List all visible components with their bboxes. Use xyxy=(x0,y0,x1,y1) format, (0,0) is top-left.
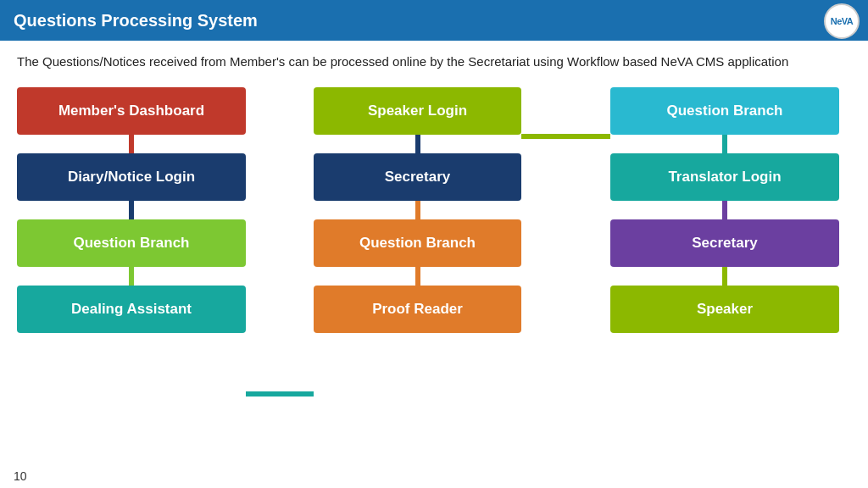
secretary-center-box: Secretary xyxy=(314,153,521,201)
connector-right-1 xyxy=(719,135,731,153)
connector-left-1 xyxy=(125,135,137,153)
connector-center-2 xyxy=(412,201,424,219)
diary-notice-login-box: Diary/Notice Login xyxy=(17,153,246,201)
question-branch-left-box: Question Branch xyxy=(17,219,246,267)
connector-left-3 xyxy=(125,267,137,286)
page-number: 10 xyxy=(14,469,27,483)
connector-right-3 xyxy=(719,267,731,286)
logo-text: NeVA xyxy=(831,16,854,26)
center-column: Speaker Login Secretary Question Branch … xyxy=(314,87,521,333)
page-header: Questions Processing System NeVA xyxy=(0,0,868,41)
left-column: Member's Dashboard Diary/Notice Login Qu… xyxy=(17,87,246,333)
members-dashboard-box: Member's Dashboard xyxy=(17,87,246,135)
question-branch-right-box: Question Branch xyxy=(610,87,839,135)
diagram-area: Member's Dashboard Diary/Notice Login Qu… xyxy=(0,79,868,435)
proof-reader-box: Proof Reader xyxy=(314,286,521,333)
right-column: Question Branch Translator Login Secreta… xyxy=(610,87,839,333)
speaker-right-box: Speaker xyxy=(610,286,839,333)
question-branch-center-box: Question Branch xyxy=(314,219,521,267)
connector-right-2 xyxy=(719,201,731,219)
connector-center-3 xyxy=(412,267,424,286)
connector-left-2 xyxy=(125,201,137,219)
description-text: The Questions/Notices received from Memb… xyxy=(0,41,868,79)
connector-center-1 xyxy=(412,135,424,153)
logo: NeVA xyxy=(824,3,860,39)
secretary-right-box: Secretary xyxy=(610,219,839,267)
translator-login-box: Translator Login xyxy=(610,153,839,201)
speaker-login-box: Speaker Login xyxy=(314,87,521,135)
dealing-assistant-box: Dealing Assistant xyxy=(17,286,246,333)
page-title: Questions Processing System xyxy=(14,11,258,30)
